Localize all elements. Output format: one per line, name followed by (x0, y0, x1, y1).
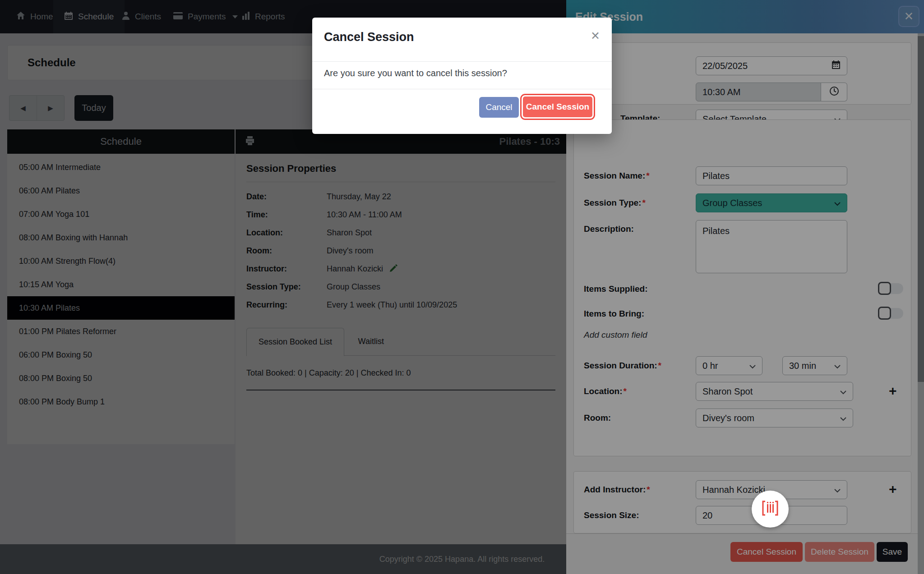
app-window: Home Schedule Clients Payments Reports S… (0, 0, 924, 574)
modal-title: Cancel Session (324, 30, 414, 44)
close-icon[interactable]: ✕ (591, 29, 600, 42)
modal-message: Are you sure you want to cancel this ses… (324, 68, 507, 78)
divider (312, 61, 612, 62)
modal-cancel-button[interactable]: Cancel (479, 97, 519, 118)
barcode-icon (760, 498, 780, 520)
divider (312, 89, 612, 89)
cancel-session-modal: Cancel Session ✕ Are you sure you want t… (312, 18, 612, 134)
barcode-scan-badge[interactable] (752, 491, 789, 528)
modal-confirm-cancel-session-button[interactable]: Cancel Session (522, 95, 594, 119)
